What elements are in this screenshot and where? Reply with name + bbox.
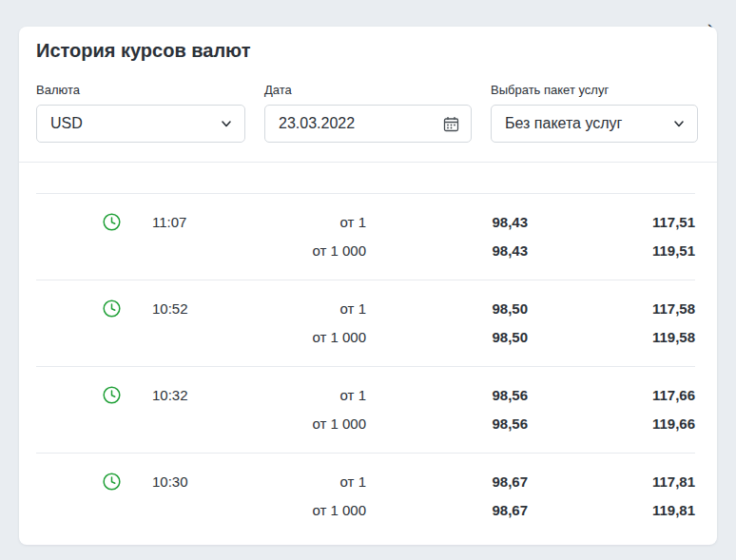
tier-amount: от 1 000	[228, 242, 366, 259]
sell-rate: 117,66	[528, 387, 695, 403]
calendar-icon[interactable]	[443, 116, 459, 132]
table-row: 11:07 от 1 98,43 117,51 от 1 000 98,43 1…	[36, 194, 695, 280]
buy-rate: 98,56	[366, 387, 528, 403]
buy-rate: 98,67	[366, 502, 528, 518]
buy-rate: 98,43	[366, 242, 528, 259]
page-title: История курсов валют	[19, 27, 717, 62]
tier-amount: от 1	[228, 387, 366, 403]
buy-rate: 98,67	[366, 473, 528, 490]
date-label: Дата	[264, 83, 472, 97]
tier-amount: от 1	[228, 473, 366, 490]
sell-rate: 119,66	[528, 415, 695, 432]
buy-rate: 98,50	[366, 300, 528, 317]
sell-rate: 117,51	[528, 214, 695, 230]
table-header-spacer	[36, 163, 695, 194]
sell-rate: 119,81	[528, 502, 695, 518]
rate-time: 10:52	[152, 300, 188, 317]
package-select-value: Без пакета услуг	[505, 115, 622, 132]
sell-rate: 119,58	[528, 329, 695, 345]
tier-amount: от 1	[228, 300, 366, 317]
buy-rate: 98,43	[366, 214, 528, 230]
package-label: Выбрать пакет услуг	[491, 83, 698, 97]
clock-icon	[103, 473, 121, 491]
rates-table: 11:07 от 1 98,43 117,51 от 1 000 98,43 1…	[19, 194, 717, 539]
currency-select[interactable]: USD	[36, 105, 245, 143]
clock-icon	[103, 213, 121, 231]
rate-time: 10:32	[152, 387, 188, 403]
package-select[interactable]: Без пакета услуг	[491, 105, 698, 143]
currency-select-value: USD	[50, 115, 83, 132]
date-input-value: 23.03.2022	[279, 115, 355, 132]
chevron-down-icon	[672, 117, 686, 130]
table-row: 10:32 от 1 98,56 117,66 от 1 000 98,56 1…	[36, 367, 695, 454]
sell-rate: 117,58	[528, 300, 695, 317]
clock-icon	[103, 386, 121, 404]
currency-label: Валюта	[36, 83, 245, 97]
sell-rate: 117,81	[528, 473, 695, 490]
clock-icon	[103, 299, 121, 318]
table-row: 10:52 от 1 98,50 117,58 от 1 000 98,50 1…	[36, 280, 695, 367]
tier-amount: от 1 000	[228, 329, 366, 345]
date-input[interactable]: 23.03.2022	[264, 105, 472, 143]
buy-rate: 98,56	[366, 415, 528, 432]
table-row: 10:30 от 1 98,67 117,81 от 1 000 98,67 1…	[36, 454, 695, 539]
chevron-down-icon	[220, 117, 233, 130]
currency-history-panel: История курсов валют Валюта USD Дата 23.…	[19, 27, 717, 545]
currency-filter: Валюта USD	[36, 83, 245, 143]
package-filter: Выбрать пакет услуг Без пакета услуг	[491, 83, 698, 143]
filters-section: Валюта USD Дата 23.03.2022	[19, 62, 717, 163]
buy-rate: 98,50	[366, 329, 528, 345]
sell-rate: 119,51	[528, 242, 695, 259]
rate-time: 11:07	[152, 214, 186, 230]
date-filter: Дата 23.03.2022	[264, 83, 472, 143]
tier-amount: от 1	[228, 214, 366, 230]
tier-amount: от 1 000	[228, 415, 366, 432]
tier-amount: от 1 000	[228, 502, 366, 518]
rate-time: 10:30	[152, 473, 188, 490]
